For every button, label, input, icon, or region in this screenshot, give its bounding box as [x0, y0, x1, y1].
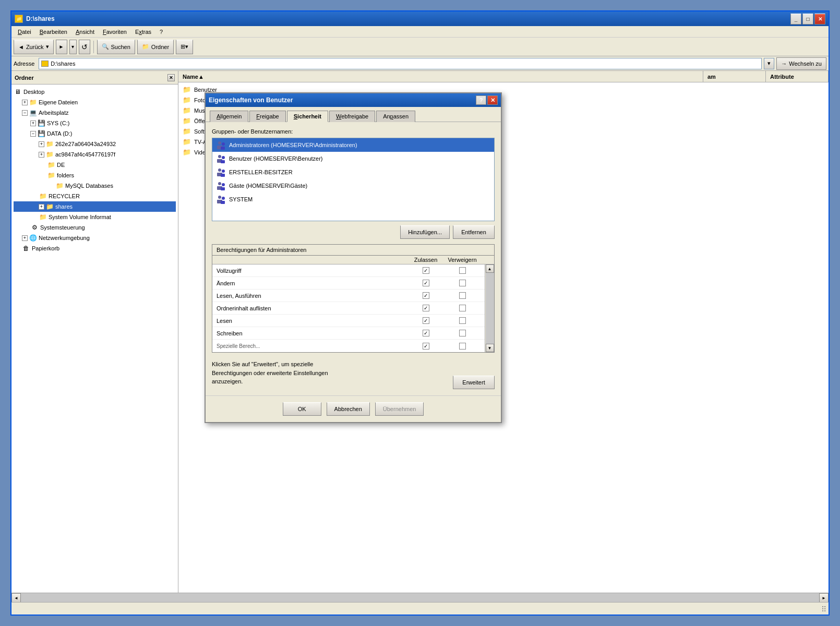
address-input[interactable]: D:\shares	[39, 58, 762, 69]
tab-sicherheit[interactable]: Sicherheit	[287, 111, 328, 122]
horizontal-scrollbar[interactable]: ◄ ►	[11, 593, 829, 602]
expand-ac98[interactable]: +	[39, 152, 44, 158]
tree-item-sys-c[interactable]: + 💾 SYS (C:)	[14, 118, 176, 128]
tab-webfreigabe[interactable]: Webfreigabe	[329, 111, 375, 122]
go-button[interactable]: → Wechseln zu	[776, 57, 826, 70]
perm-scroll-track[interactable]	[486, 273, 494, 344]
folder-button[interactable]: 📁 Ordner	[137, 40, 174, 54]
tab-anpassen[interactable]: Anpassen	[376, 111, 415, 122]
tree-item-ac98[interactable]: + 📁 ac9847af4c454776197f	[14, 149, 176, 160]
dialog-close-button[interactable]: ✕	[487, 95, 498, 105]
panel-close-button[interactable]: ✕	[167, 74, 175, 81]
menu-bar: Datei Bearbeiten Ansicht Favoriten Extra…	[11, 26, 829, 38]
tree-item-shares[interactable]: + 📁 shares	[14, 201, 176, 212]
tab-allgemein[interactable]: Allgemein	[210, 111, 248, 122]
ordnerinhalt-zulassen-checkbox[interactable]	[423, 305, 429, 311]
address-dropdown[interactable]: ▾	[764, 58, 774, 69]
lesen-ausfuehren-zulassen-checkbox[interactable]	[423, 292, 429, 299]
expand-data-d[interactable]: −	[30, 131, 36, 137]
expand-eigene-dateien[interactable]: +	[22, 100, 28, 105]
tree-item-desktop[interactable]: 🖥 Desktop	[14, 87, 176, 97]
group-item-administratoren[interactable]: Administratoren (HOMESERVER\Administrato…	[212, 138, 494, 152]
forward-dropdown[interactable]: ▾	[69, 40, 77, 54]
lesen-verweigern-checkbox[interactable]	[459, 317, 466, 324]
expand-netzwerk[interactable]: +	[22, 235, 28, 241]
col-header-attribute[interactable]: Attribute	[766, 71, 829, 82]
hscroll-left-button[interactable]: ◄	[11, 593, 21, 603]
panel-header: Ordner ✕	[11, 71, 178, 85]
tree-item-folders[interactable]: 📁 folders	[14, 170, 176, 180]
tree-item-arbeitsplatz[interactable]: − 💻 Arbeitsplatz	[14, 107, 176, 118]
lesen-ausfuehren-verweigern-checkbox[interactable]	[459, 292, 466, 299]
spezielle-verweigern-checkbox[interactable]	[459, 343, 466, 350]
forward-button[interactable]: ►	[56, 40, 67, 54]
expand-sys-c[interactable]: +	[30, 121, 36, 126]
hscroll-right-button[interactable]: ►	[819, 593, 829, 603]
tv-icon: 📁	[183, 138, 191, 146]
svg-rect-7	[221, 160, 225, 163]
schreiben-zulassen-checkbox[interactable]	[423, 330, 429, 336]
group-item-gaeste[interactable]: Gäste (HOMESERVER\Gäste)	[212, 179, 494, 192]
perm-scroll-down-button[interactable]: ▼	[486, 344, 494, 352]
tree-item-systemsteuerung[interactable]: ⚙ Systemsteuerung	[14, 222, 176, 233]
svg-rect-11	[221, 174, 225, 177]
entfernen-button[interactable]: Entfernen	[453, 225, 495, 239]
tree-item-netzwerk[interactable]: + 🌐 Netzwerkumgebung	[14, 233, 176, 243]
ordnerinhalt-verweigern-checkbox[interactable]	[459, 305, 466, 311]
expand-shares[interactable]: +	[39, 204, 44, 210]
tree-item-papierkorb[interactable]: 🗑 Papierkorb	[14, 243, 176, 254]
menu-ansicht[interactable]: Ansicht	[71, 28, 99, 36]
perm-row-ordnerinhalt: Ordnerinhalt auflisten	[212, 302, 485, 315]
permissions-scrollbar[interactable]: ▲ ▼	[485, 264, 494, 352]
hinzufuegen-button[interactable]: Hinzufügen...	[400, 225, 450, 239]
expand-262e[interactable]: +	[39, 141, 44, 147]
minimize-button[interactable]: _	[790, 14, 801, 25]
search-button[interactable]: 🔍 Suchen	[97, 40, 135, 54]
tree-item-eigene-dateien[interactable]: + 📁 Eigene Dateien	[14, 97, 176, 107]
dialog-help-button[interactable]: ?	[476, 95, 486, 105]
folder-tree: 🖥 Desktop + 📁 Eigene Dateien − 💻 Arbeits…	[11, 85, 178, 613]
menu-help[interactable]: ?	[155, 28, 167, 36]
permissions-header: Berechtigungen für Administratoren	[212, 245, 494, 256]
views-button[interactable]: ⊞▾	[176, 40, 193, 54]
ok-button[interactable]: OK	[283, 402, 321, 416]
tree-item-data-d[interactable]: − 💾 DATA (D:)	[14, 128, 176, 139]
262e-icon: 📁	[45, 140, 54, 148]
menu-bearbeiten[interactable]: Bearbeiten	[35, 28, 71, 36]
group-item-ersteller[interactable]: ERSTELLER-BESITZER	[212, 165, 494, 179]
abbrechen-button[interactable]: Abbrechen	[327, 402, 370, 416]
aendern-zulassen-checkbox[interactable]	[423, 280, 429, 286]
group-item-system[interactable]: SYSTEM	[212, 192, 494, 206]
back-button[interactable]: ◄ Zurück ▾	[14, 40, 54, 54]
lesen-zulassen-checkbox[interactable]	[423, 317, 429, 324]
vollzugriff-verweigern-checkbox[interactable]	[459, 267, 466, 274]
group-admin-icon	[215, 140, 226, 150]
resize-handle[interactable]: ⠿	[821, 605, 826, 613]
menu-extras[interactable]: Extras	[131, 28, 155, 36]
schreiben-verweigern-checkbox[interactable]	[459, 330, 466, 336]
menu-favoriten[interactable]: Favoriten	[99, 28, 131, 36]
close-button[interactable]: ✕	[814, 14, 825, 25]
expand-arbeitsplatz[interactable]: −	[22, 110, 28, 116]
groups-list[interactable]: Administratoren (HOMESERVER\Administrato…	[212, 138, 495, 221]
hscroll-track[interactable]	[21, 593, 819, 602]
group-item-benutzer[interactable]: Benutzer (HOMESERVER\Benutzer)	[212, 152, 494, 165]
erweitert-button[interactable]: Erweitert	[453, 376, 495, 389]
col-header-name[interactable]: Name ▲	[178, 71, 703, 82]
aendern-verweigern-checkbox[interactable]	[459, 280, 466, 286]
tree-item-mysql[interactable]: 📁 MySQL Databases	[14, 180, 176, 191]
vollzugriff-zulassen-checkbox[interactable]	[423, 267, 429, 274]
spezielle-zulassen-checkbox[interactable]	[423, 343, 429, 350]
maximize-button[interactable]: □	[802, 14, 813, 25]
tab-freigabe[interactable]: Freigabe	[249, 111, 285, 122]
perm-scroll-up-button[interactable]: ▲	[486, 264, 494, 273]
col-header-am[interactable]: am	[703, 71, 766, 82]
uebernehmen-button[interactable]: Übernehmen	[375, 402, 424, 416]
menu-datei[interactable]: Datei	[14, 28, 35, 36]
tree-item-recycler[interactable]: 📁 RECYCLER	[14, 191, 176, 201]
refresh-button[interactable]: ↺	[79, 40, 90, 54]
tree-item-de[interactable]: 📁 DE	[14, 160, 176, 170]
tree-item-system-volume[interactable]: 📁 System Volume Informat	[14, 212, 176, 222]
permissions-section: Berechtigungen für Administratoren Zulas…	[212, 244, 495, 353]
tree-item-262e[interactable]: + 📁 262e27a064043a24932	[14, 139, 176, 149]
